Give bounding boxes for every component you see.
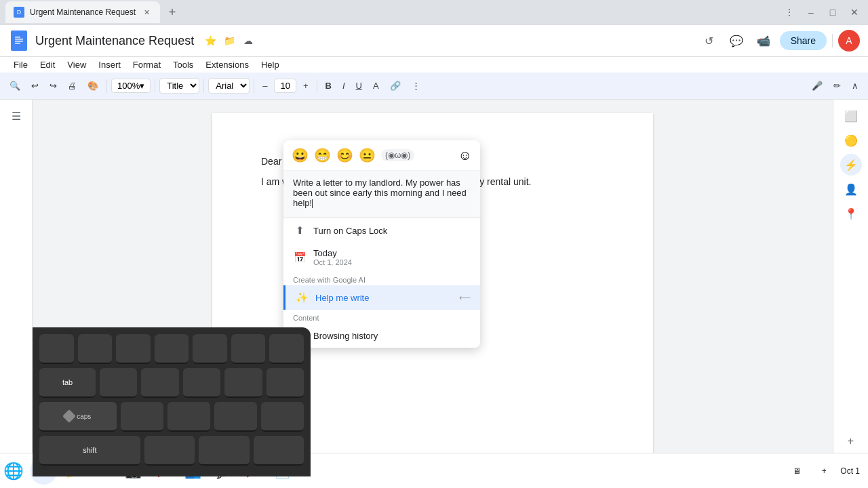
menu-edit[interactable]: Edit [35, 57, 60, 73]
comments-icon[interactable]: 💬 [726, 30, 747, 52]
emoji-4[interactable]: 😐 [359, 147, 376, 163]
history-icon[interactable]: ↺ [698, 30, 720, 52]
menu-extensions[interactable]: Extensions [200, 57, 254, 73]
menu-insert[interactable]: Insert [93, 57, 126, 73]
browsing-history-item[interactable]: 🕐 Browsing history [283, 323, 480, 348]
key-blank-1[interactable] [39, 334, 74, 364]
key-z[interactable] [144, 436, 195, 466]
menu-tools[interactable]: Tools [167, 57, 199, 73]
emoji-1[interactable]: 😀 [292, 147, 309, 163]
user-avatar[interactable]: A [838, 30, 860, 52]
redo-btn[interactable]: ↪ [45, 78, 61, 94]
underline-btn[interactable]: U [352, 78, 366, 94]
close-btn[interactable]: ✕ [846, 4, 863, 20]
italic-btn[interactable]: I [338, 78, 349, 94]
cloud-icon[interactable]: ☁ [240, 33, 256, 49]
bold-btn[interactable]: B [321, 78, 336, 94]
maximize-btn[interactable]: □ [825, 4, 841, 20]
right-icon-4[interactable]: 👤 [840, 178, 862, 200]
caps-lock-item[interactable]: ⬆ Turn on Caps Lock [283, 218, 480, 243]
link-btn[interactable]: 🔗 [386, 78, 405, 94]
search-btn[interactable]: 🔍 [5, 78, 24, 94]
key-x[interactable] [199, 436, 249, 466]
key-blank-6[interactable] [231, 334, 266, 364]
new-tab-btn[interactable]: + [163, 3, 182, 22]
print-btn[interactable]: 🖨 [64, 78, 81, 94]
style-selector[interactable]: Title [159, 78, 199, 94]
right-icon-5[interactable]: 📍 [840, 203, 862, 224]
voice-btn[interactable]: 🎤 [808, 78, 827, 94]
caps-key[interactable]: caps [39, 402, 117, 432]
main-area: ☰ Dear management, I am writing to infor… [0, 100, 868, 476]
key-blank-7[interactable] [269, 334, 304, 364]
right-icon-3[interactable]: ⚡ [840, 154, 862, 176]
separator-4 [254, 79, 254, 93]
browser-tab[interactable]: D Urgent Maintenance Request ✕ [5, 1, 160, 23]
menu-help[interactable]: Help [256, 57, 285, 73]
text-cursor [312, 199, 313, 208]
zoom-selector[interactable]: 100% ▾ [111, 79, 151, 93]
tab-title: Urgent Maintenance Request [30, 7, 136, 17]
font-size-box[interactable]: 10 [274, 79, 296, 93]
undo-btn[interactable]: ↩ [27, 78, 43, 94]
key-r[interactable] [224, 368, 262, 398]
key-blank-2[interactable] [78, 334, 113, 364]
docs-title: Urgent Maintenance Request [35, 34, 194, 48]
docs-app-icon [8, 28, 30, 54]
prompt-area[interactable]: Write a letter to my landlord. My power … [283, 171, 480, 218]
more-options-btn[interactable]: ⋮ [781, 4, 797, 20]
list-icon[interactable]: ☰ [5, 105, 27, 127]
right-icon-1[interactable]: ⬜ [840, 105, 862, 127]
help-me-write-item[interactable]: ✨ Help me write ⟵ [283, 285, 480, 310]
emoji-3[interactable]: 😊 [336, 147, 353, 163]
key-a[interactable] [121, 402, 163, 432]
emoji-special[interactable]: ☺ [458, 148, 472, 163]
video-icon[interactable]: 📹 [753, 30, 774, 52]
menu-view[interactable]: View [62, 57, 92, 73]
header-right: ↺ 💬 📹 Share A [698, 30, 860, 52]
key-blank-3[interactable] [116, 334, 151, 364]
shift-key-label: shift [83, 446, 96, 454]
key-c[interactable] [254, 436, 304, 466]
emoji-2[interactable]: 😁 [314, 147, 331, 163]
today-item[interactable]: 📅 Today Oct 1, 2024 [283, 243, 480, 272]
menu-file[interactable]: File [8, 57, 33, 73]
key-w[interactable] [141, 368, 178, 398]
pen-btn[interactable]: ✏ [829, 78, 845, 94]
emoji-more[interactable]: (◉ω◉) [381, 149, 414, 161]
prompt-text: Write a letter to my landlord. My power … [293, 178, 467, 208]
key-t[interactable] [267, 368, 304, 398]
tab-key[interactable]: tab [39, 368, 96, 398]
key-f[interactable] [261, 402, 304, 432]
docs-header-icons: ⭐ 📁 ☁ [202, 33, 256, 49]
tab-close-btn[interactable]: ✕ [141, 7, 152, 18]
font-size-increase[interactable]: + [299, 78, 313, 94]
taskbar-chrome[interactable]: 🌐 [0, 458, 27, 485]
font-selector[interactable]: Arial [208, 78, 250, 94]
docs-header: Urgent Maintenance Request ⭐ 📁 ☁ ↺ 💬 📹 S… [0, 25, 868, 57]
right-icon-2[interactable]: 🟡 [840, 129, 862, 151]
screen-mirror-icon[interactable]: 🖥 [786, 460, 808, 482]
menu-format[interactable]: Format [127, 57, 166, 73]
add-btn[interactable]: + [840, 430, 862, 452]
today-date: Oct 1, 2024 [313, 258, 352, 266]
key-blank-4[interactable] [155, 334, 189, 364]
separator-1 [106, 79, 107, 93]
text-color-btn[interactable]: A [369, 78, 383, 94]
emoji-more-label: (◉ω◉) [385, 150, 410, 160]
star-icon[interactable]: ⭐ [202, 33, 218, 49]
share-button[interactable]: Share [780, 31, 827, 50]
shift-key[interactable]: shift [39, 436, 140, 466]
minimize-btn[interactable]: – [803, 4, 819, 20]
folder-icon[interactable]: 📁 [221, 33, 237, 49]
add-btn-taskbar[interactable]: + [813, 460, 835, 482]
key-s[interactable] [167, 402, 210, 432]
more-toolbar-btn[interactable]: ⋮ [408, 78, 425, 94]
collapse-btn[interactable]: ∧ [848, 78, 863, 94]
key-blank-5[interactable] [193, 334, 227, 364]
font-size-decrease[interactable]: – [258, 78, 271, 94]
key-e[interactable] [183, 368, 220, 398]
paint-format-btn[interactable]: 🎨 [83, 78, 102, 94]
key-d[interactable] [214, 402, 257, 432]
key-q[interactable] [100, 368, 137, 398]
